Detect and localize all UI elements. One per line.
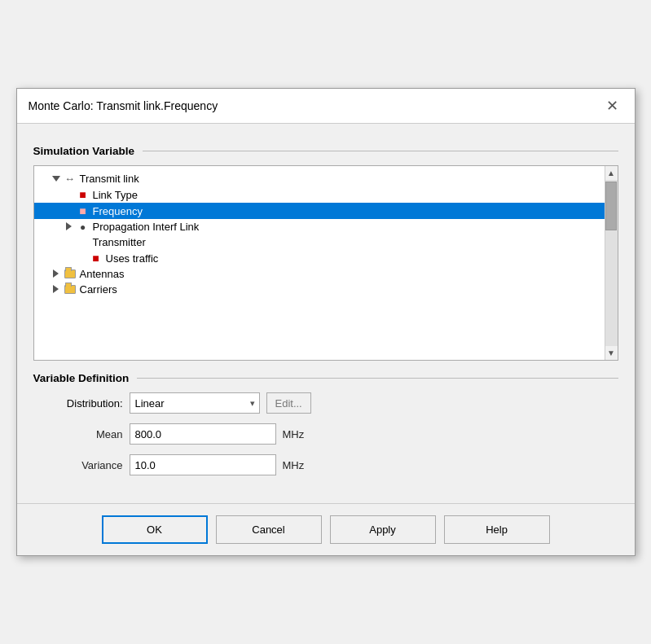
tree-scroll-area[interactable]: ↔ Transmit link ■ Link Type ■ Frequency	[34, 166, 605, 360]
main-dialog: Monte Carlo: Transmit link.Frequency ✕ S…	[16, 88, 636, 556]
red-dot-icon-uses-traffic: ■	[90, 252, 103, 265]
distribution-label: Distribution:	[50, 397, 123, 410]
scrollbar-down-button[interactable]: ▼	[605, 346, 618, 360]
tree-item-carriers[interactable]: Carriers	[34, 282, 605, 297]
tree-label-carriers: Carriers	[80, 283, 117, 296]
gray-dot-icon-propagation: ●	[77, 221, 90, 233]
distribution-select[interactable]: Linear Normal Uniform Log-Normal	[130, 392, 260, 414]
expand-icon-transmit-link	[51, 174, 64, 183]
cancel-button[interactable]: Cancel	[216, 515, 322, 544]
tree-item-transmitter[interactable]: Transmitter	[34, 234, 605, 250]
folder-icon-antennas	[64, 268, 77, 280]
edit-button[interactable]: Edit...	[266, 392, 311, 414]
tree-item-uses-traffic[interactable]: ■ Uses traffic	[34, 250, 605, 266]
simulation-variable-label: Simulation Variable	[33, 145, 135, 157]
variance-input[interactable]	[130, 454, 276, 475]
mean-unit: MHz	[283, 428, 305, 440]
mean-label: Mean	[50, 428, 123, 440]
simulation-variable-header: Simulation Variable	[33, 145, 618, 157]
tree-container: ↔ Transmit link ■ Link Type ■ Frequency	[33, 165, 618, 361]
tree-label-propagation: Propagation Interf Link	[93, 221, 200, 233]
distribution-select-wrapper: Linear Normal Uniform Log-Normal	[130, 392, 260, 414]
variable-definition-label: Variable Definition	[33, 372, 130, 384]
tree-label-transmitter: Transmitter	[93, 236, 146, 248]
tree-label-frequency: Frequency	[93, 205, 143, 217]
dialog-title: Monte Carlo: Transmit link.Frequency	[29, 99, 218, 112]
apply-button[interactable]: Apply	[330, 515, 436, 544]
tree-label-uses-traffic: Uses traffic	[106, 252, 159, 265]
variance-row: Variance MHz	[50, 454, 618, 475]
link-icon: ↔	[64, 173, 77, 185]
section-divider-1	[143, 151, 618, 151]
section-divider-2	[137, 378, 618, 379]
tree-item-propagation[interactable]: ● Propagation Interf Link	[34, 219, 605, 234]
tree-item-antennas[interactable]: Antennas	[34, 266, 605, 282]
help-button[interactable]: Help	[444, 515, 550, 544]
expand-icon-antennas	[51, 269, 64, 279]
variance-unit: MHz	[283, 459, 305, 471]
folder-icon-carriers	[64, 283, 77, 296]
tree-item-link-type[interactable]: ■ Link Type	[34, 186, 605, 203]
title-bar: Monte Carlo: Transmit link.Frequency ✕	[17, 89, 635, 124]
variance-label: Variance	[50, 459, 123, 471]
expand-icon-carriers	[51, 285, 64, 295]
tree-label-antennas: Antennas	[80, 268, 125, 280]
ok-button[interactable]: OK	[102, 515, 208, 544]
tree-item-frequency[interactable]: ■ Frequency	[34, 203, 605, 219]
tree-label-transmit-link: Transmit link	[80, 173, 139, 185]
expand-icon-propagation	[64, 222, 77, 232]
tree-item-transmit-link[interactable]: ↔ Transmit link	[34, 171, 605, 186]
distribution-row: Distribution: Linear Normal Uniform Log-…	[50, 392, 618, 414]
tree-label-link-type: Link Type	[93, 189, 138, 201]
mean-row: Mean MHz	[50, 423, 618, 445]
red-dot-icon-frequency: ■	[77, 204, 90, 217]
scrollbar-up-button[interactable]: ▲	[605, 166, 618, 180]
red-dot-icon-link-type: ■	[77, 188, 90, 201]
variable-definition-header: Variable Definition	[33, 372, 618, 384]
tree-scrollbar: ▲ ▼	[605, 166, 618, 360]
button-row: OK Cancel Apply Help	[17, 503, 635, 555]
mean-input[interactable]	[130, 423, 276, 445]
close-button[interactable]: ✕	[601, 97, 623, 115]
scrollbar-thumb[interactable]	[605, 182, 617, 230]
dialog-body: Simulation Variable ↔ Transmit link ■ Li…	[17, 124, 635, 495]
